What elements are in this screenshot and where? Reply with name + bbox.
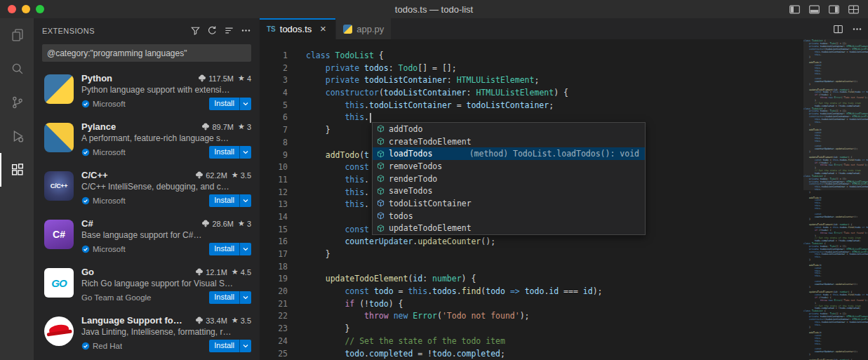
more-actions-icon[interactable] — [241, 25, 251, 36]
rating-value: 3.5 — [241, 171, 251, 180]
line-number: 23 — [260, 323, 288, 335]
verified-publisher-icon — [81, 342, 90, 350]
toggle-primary-sidebar-icon[interactable] — [789, 4, 801, 15]
downloads-icon — [195, 267, 203, 277]
extension-list-item[interactable]: Python117.5M★4Python language support wi… — [34, 67, 260, 116]
pylance-logo-icon — [44, 123, 74, 152]
line-number: 20 — [260, 286, 288, 298]
install-dropdown-chevron-icon[interactable] — [240, 243, 251, 255]
symbol-method-icon — [376, 187, 389, 196]
install-button[interactable]: Install — [209, 243, 251, 255]
code-editor[interactable]: 1class TodoList {2 private todos: Todo[]… — [260, 39, 868, 360]
symbol-method-icon — [376, 224, 389, 233]
suggest-widget: addTodocreateTodoElementloadTodos(method… — [372, 122, 646, 235]
extension-name: Language Support fo… — [81, 315, 182, 326]
verified-publisher-icon — [81, 245, 90, 253]
extension-list-item[interactable]: GOGo12.1M★4.5Rich Go language support fo… — [34, 261, 260, 309]
activity-run-debug-icon[interactable] — [0, 119, 34, 153]
extension-stats: 28.6M★3 — [197, 219, 251, 229]
activity-bar — [0, 18, 34, 360]
editor-more-actions-icon[interactable] — [852, 24, 862, 34]
line-number: 19 — [260, 273, 288, 286]
toggle-panel-icon[interactable] — [808, 4, 820, 15]
downloads-count: 62.2M — [206, 171, 227, 180]
install-dropdown-chevron-icon[interactable] — [240, 98, 251, 110]
zoom-window-button[interactable] — [36, 5, 44, 13]
suggestion-item[interactable]: renderTodo — [373, 173, 645, 185]
filter-icon[interactable] — [190, 25, 201, 36]
rating-value: 3.5 — [241, 316, 251, 325]
install-button[interactable]: Install — [209, 340, 251, 352]
publisher-name: Go Team at Google — [81, 293, 152, 302]
refresh-icon[interactable] — [207, 25, 218, 36]
sidebar-header-actions — [190, 25, 251, 36]
activity-search-icon[interactable] — [0, 52, 34, 86]
code-line: 1class TodoList { — [260, 50, 868, 62]
extension-description: Rich Go language support for Visual S… — [81, 278, 251, 290]
suggestion-item[interactable]: removeTodos — [373, 160, 645, 173]
line-number: 8 — [260, 137, 288, 149]
clear-search-results-icon[interactable] — [224, 25, 234, 36]
extension-publisher: Microsoft — [81, 196, 126, 205]
install-button-label: Install — [209, 291, 239, 304]
install-dropdown-chevron-icon[interactable] — [240, 146, 251, 159]
downloads-icon — [195, 316, 203, 326]
extension-list-item[interactable]: C/C++C/C++62.2M★3.5C/C++ IntelliSense, d… — [34, 164, 260, 213]
activity-explorer-icon[interactable] — [0, 18, 34, 52]
titlebar-layout-controls — [789, 4, 868, 15]
install-button[interactable]: Install — [209, 291, 251, 304]
extension-name: C# — [81, 218, 93, 229]
close-tab-icon[interactable]: × — [317, 23, 328, 34]
downloads-count: 28.6M — [212, 220, 234, 228]
tab-app.py[interactable]: app.py — [336, 18, 392, 39]
extension-description: Base language support for C#… — [81, 229, 251, 241]
minimize-window-button[interactable] — [22, 5, 30, 13]
install-dropdown-chevron-icon[interactable] — [240, 340, 251, 352]
suggestion-item[interactable]: todoListContainer — [373, 197, 645, 210]
suggestion-item[interactable]: loadTodos(method) TodoList.loadTodos(): … — [373, 147, 645, 160]
symbol-method-icon — [376, 161, 389, 171]
install-button[interactable]: Install — [209, 98, 251, 110]
toggle-secondary-sidebar-icon[interactable] — [828, 4, 840, 15]
install-dropdown-chevron-icon[interactable] — [240, 291, 251, 304]
suggestion-item[interactable]: createTodoElement — [373, 135, 645, 148]
customize-layout-icon[interactable] — [848, 4, 860, 15]
extension-name: C/C++ — [81, 170, 108, 180]
code-line: 5 this.todoListContainer = todoListConta… — [260, 100, 868, 112]
suggestion-item[interactable]: saveTodos — [373, 185, 645, 197]
code-line: 4 constructor(todoListContainer: HTMLULi… — [260, 87, 868, 100]
close-window-button[interactable] — [8, 5, 16, 13]
code-line: 3 private todoListContainer: HTMLUListEl… — [260, 74, 868, 87]
downloads-count: 89.7M — [212, 123, 234, 131]
install-button-label: Install — [209, 194, 239, 207]
extension-list-item[interactable]: C#C#28.6M★3Base language support for C#…… — [34, 213, 260, 261]
line-number: 11 — [260, 174, 288, 187]
minimap[interactable]: class TodoList { private todos: Todo[] =… — [803, 39, 868, 360]
split-editor-icon[interactable] — [833, 24, 843, 34]
window-controls — [0, 5, 44, 13]
install-dropdown-chevron-icon[interactable] — [240, 194, 251, 207]
suggestion-item[interactable]: addTodo — [373, 123, 645, 135]
activity-source-control-icon[interactable] — [0, 86, 34, 119]
code-line: 19 updateTodoElement(id: number) { — [260, 273, 868, 286]
suggestion-item[interactable]: todos — [373, 210, 645, 222]
extensions-search-input[interactable] — [42, 48, 251, 58]
install-button[interactable]: Install — [209, 194, 251, 207]
line-number: 13 — [260, 199, 288, 211]
editor-actions — [833, 18, 862, 39]
python-logo-icon — [44, 74, 74, 104]
code-line: 17 } — [260, 248, 868, 261]
minimap-slider[interactable] — [803, 39, 868, 190]
extension-list-item[interactable]: Pylance89.7M★3A performant, feature-rich… — [34, 116, 260, 164]
install-button-label: Install — [209, 146, 239, 159]
extension-list-item[interactable]: Language Support fo…33.4M★3.5Java Lintin… — [34, 309, 260, 358]
suggestion-item[interactable]: updateTodoElement — [373, 222, 645, 235]
line-number: 16 — [260, 236, 288, 248]
title-bar: todos.ts — todo-list — [0, 0, 868, 18]
install-button-label: Install — [209, 98, 239, 110]
line-number: 25 — [260, 348, 288, 360]
activity-extensions-icon[interactable] — [0, 153, 34, 187]
install-button[interactable]: Install — [209, 146, 251, 159]
tab-todos.ts[interactable]: TStodos.ts× — [260, 18, 336, 39]
python-file-icon — [343, 25, 352, 34]
